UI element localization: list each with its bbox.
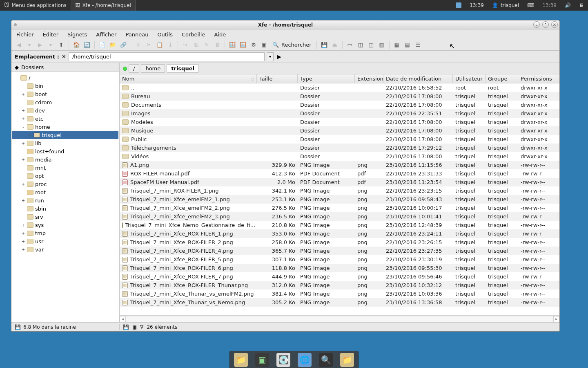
- menu-bookmarks[interactable]: Signets: [67, 30, 88, 39]
- tree-node-cdrom[interactable]: cdrom: [12, 98, 118, 106]
- expando-icon[interactable]: +: [21, 198, 25, 203]
- file-row[interactable]: Trisquel_7_mini_Xfce_Nemo_Gestionnaire_d…: [120, 221, 559, 229]
- tree-node-root[interactable]: root: [12, 188, 118, 196]
- view-big-icons-button[interactable]: ▦: [392, 40, 402, 49]
- clear-location-button[interactable]: ✕: [62, 54, 66, 60]
- file-row[interactable]: Trisquel_7_mini_Xfce_Thunar_vs_Nemo.png3…: [120, 298, 559, 307]
- panel-two-button[interactable]: ◫: [366, 40, 376, 49]
- location-history-button[interactable]: ▾: [267, 52, 274, 61]
- paste-button[interactable]: 📋: [155, 40, 165, 49]
- expando-icon[interactable]: +: [21, 108, 25, 113]
- tree-node-dev[interactable]: +dev: [12, 106, 118, 114]
- duplicate-button[interactable]: ⧉: [191, 40, 201, 49]
- location-go-button[interactable]: ▶: [276, 54, 283, 60]
- file-row[interactable]: PublicDossier22/10/2016 17:08:00trisquel…: [120, 135, 559, 144]
- expando-icon[interactable]: +: [21, 239, 25, 244]
- crumb-root[interactable]: /: [129, 64, 139, 73]
- tree-node-media[interactable]: +media: [12, 155, 118, 164]
- cut-button[interactable]: ✂: [144, 40, 154, 49]
- properties-button[interactable]: ℹ: [165, 40, 175, 49]
- panel-one-button[interactable]: ▭: [345, 40, 355, 49]
- root-window-button[interactable]: 🪟: [238, 40, 248, 49]
- expando-icon[interactable]: +: [28, 133, 32, 137]
- dock-search[interactable]: 🔍: [319, 353, 333, 367]
- menu-view[interactable]: Afficher: [95, 30, 117, 39]
- copy-button[interactable]: ⎘: [134, 40, 143, 49]
- nav-up-button[interactable]: ⬆: [56, 40, 66, 49]
- scroll-track[interactable]: [126, 316, 553, 322]
- col-perm[interactable]: Permissions: [518, 74, 555, 83]
- tree-node-srv[interactable]: srv: [12, 213, 118, 221]
- tree-node-tmp[interactable]: +tmp: [12, 229, 118, 237]
- panel-clock[interactable]: 13:39: [466, 0, 488, 11]
- tree-node-trisquel[interactable]: +trisquel: [12, 131, 118, 139]
- panel-tree-two-button[interactable]: ▥: [377, 40, 387, 49]
- scroll-left-button[interactable]: ◂: [120, 316, 126, 322]
- nav-home-button[interactable]: 🏠: [71, 40, 81, 49]
- file-row[interactable]: TéléchargementsDossier22/10/2016 17:29:1…: [120, 144, 559, 152]
- file-row[interactable]: Trisquel_7_mini_Xfce_Thunar_vs_emelFM2.p…: [120, 289, 559, 298]
- col-type[interactable]: Type: [298, 74, 355, 83]
- maximize-button[interactable]: ⌃: [542, 21, 549, 28]
- tree-node-mnt[interactable]: mnt: [12, 164, 118, 172]
- file-row[interactable]: MusiqueDossier22/10/2016 17:08:00trisque…: [120, 126, 559, 135]
- tree-node-etc[interactable]: +etc: [12, 114, 118, 123]
- file-row[interactable]: A1.png329.9 KoPNG Imagepng23/10/2016 11:…: [120, 161, 559, 169]
- tree-node-lib[interactable]: +lib: [12, 139, 118, 147]
- new-window-button[interactable]: 🪟: [227, 40, 237, 49]
- applications-menu-button[interactable]: 🐭 Menu des applications: [0, 0, 71, 11]
- network-indicator[interactable]: 🖥: [575, 0, 588, 11]
- nav-fwd-button[interactable]: ▶: [35, 40, 45, 49]
- file-row[interactable]: Trisquel_7_mini_Xfce_ROX-FILER_7.png444.…: [120, 272, 559, 281]
- nav-back-button[interactable]: ◀: [14, 40, 24, 49]
- window-menu-icon[interactable]: [14, 23, 17, 26]
- file-row[interactable]: Trisquel_7_mini_Xfce_emelFM2_1.png253.1 …: [120, 195, 559, 204]
- unmount-button[interactable]: ⏏: [330, 40, 340, 49]
- file-row[interactable]: BureauDossier22/10/2016 17:08:00trisquel…: [120, 92, 559, 101]
- file-row[interactable]: Trisquel_7_mini_Xfce_emelFM2_2.png276.5 …: [120, 204, 559, 212]
- file-row[interactable]: Trisquel_7_mini_Xfce_ROX-FILER_6.png118.…: [120, 264, 559, 272]
- file-row[interactable]: SpaceFM User Manual.pdf2.0 MoPDF Documen…: [120, 178, 559, 186]
- location-input[interactable]: [69, 52, 265, 61]
- tree-node-var[interactable]: +var: [12, 245, 118, 254]
- panel-tree-button[interactable]: ◫: [356, 40, 365, 49]
- tree-node-boot[interactable]: +boot: [12, 90, 118, 98]
- file-row[interactable]: Trisquel_7_mini_ROX-FILER_1.png342.1 KoP…: [120, 186, 559, 195]
- expando-icon[interactable]: +: [21, 117, 25, 121]
- menu-trash[interactable]: Corbeille: [181, 30, 206, 39]
- dock-folder[interactable]: 📁: [340, 353, 354, 367]
- tree-node-opt[interactable]: opt: [12, 172, 118, 180]
- col-group[interactable]: Groupe: [486, 74, 518, 83]
- expando-icon[interactable]: +: [21, 157, 25, 162]
- horizontal-scrollbar[interactable]: ◂ ▸: [120, 315, 559, 322]
- execute-button[interactable]: ⚙: [249, 40, 258, 49]
- expando-icon[interactable]: +: [21, 223, 25, 227]
- file-list-body[interactable]: ..Dossier22/10/2016 16:58:52rootrootdrwx…: [120, 83, 559, 315]
- new-folder-button[interactable]: 📁: [108, 40, 118, 49]
- col-date[interactable]: Date de modification: [383, 74, 453, 83]
- volume-indicator[interactable]: 🔊: [561, 0, 575, 11]
- file-row[interactable]: VidéosDossier22/10/2016 17:08:00trisquel…: [120, 152, 559, 161]
- menu-help[interactable]: Aide: [213, 30, 227, 39]
- panel-user[interactable]: 👤 trisquel: [488, 0, 523, 11]
- dock-terminal[interactable]: ▣: [255, 353, 269, 367]
- col-name[interactable]: Nom▽: [120, 74, 257, 83]
- tree-node-sys[interactable]: +sys: [12, 221, 118, 229]
- file-row[interactable]: Trisquel_7_mini_Xfce_ROX-FILER_4.png365.…: [120, 247, 559, 255]
- tree-node-bin[interactable]: bin: [12, 82, 118, 90]
- crumb-home[interactable]: home: [141, 64, 165, 73]
- keyboard-indicator[interactable]: ⌨: [523, 0, 538, 11]
- scroll-right-button[interactable]: ▸: [553, 316, 559, 322]
- tree-node-proc[interactable]: +proc: [12, 180, 118, 188]
- expando-icon[interactable]: -: [21, 125, 25, 129]
- view-detailed-button[interactable]: ☰: [413, 40, 423, 49]
- tree-node-[interactable]: /: [12, 74, 118, 82]
- tree-node-usr[interactable]: +usr: [12, 237, 118, 245]
- col-size[interactable]: Taille: [257, 74, 298, 83]
- rename-button[interactable]: ✎: [202, 40, 212, 49]
- menu-file[interactable]: Fichier: [16, 30, 35, 39]
- file-row[interactable]: DocumentsDossier22/10/2016 17:08:00trisq…: [120, 101, 559, 109]
- file-row[interactable]: Trisquel_7_mini_Xfce_emelFM2_3.png236.5 …: [120, 212, 559, 221]
- dock-browser[interactable]: 🌐: [298, 353, 312, 367]
- tree-node-run[interactable]: +run: [12, 196, 118, 204]
